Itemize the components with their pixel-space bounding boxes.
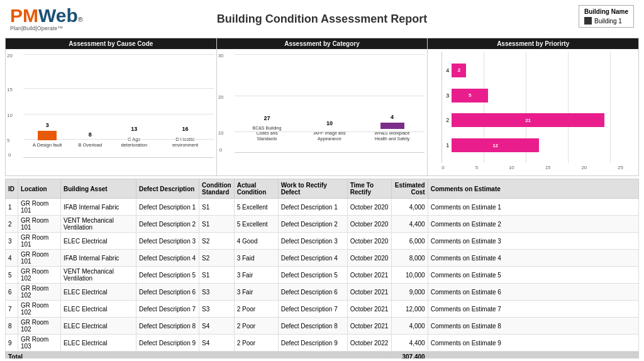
- table-header-row: ID Location Building Asset Defect Descri…: [6, 179, 639, 199]
- bar-c-label: C Age deterioration: [118, 136, 150, 148]
- cell-location: GR Room 102: [18, 318, 61, 335]
- col-header-time: Time To Rectify: [347, 179, 391, 199]
- vgrid-0: [441, 52, 442, 163]
- cell-actual: 4 Good: [234, 233, 278, 250]
- cell-cost: 4,000: [391, 199, 428, 216]
- cell-defect: Defect Description 7: [136, 301, 199, 318]
- cell-time: October 2021: [347, 318, 391, 335]
- header: PM Web ® Plan|Build|Operate™ Building Co…: [0, 0, 644, 38]
- bar-container: 3 A Design fault 8 B Overload: [25, 53, 213, 148]
- cell-asset: ELEC Electrical: [61, 318, 136, 335]
- priority-title: Assessment by Priorirty: [428, 38, 638, 49]
- cell-id: 4: [6, 250, 18, 267]
- cell-comments: Comments on Estimate 8: [428, 318, 638, 335]
- hbar-1: 12: [452, 138, 539, 152]
- y-label-0: 0: [8, 152, 11, 158]
- cell-time: October 2020: [347, 233, 391, 250]
- cell-actual: 3 Fair: [234, 284, 278, 301]
- cell-cond-std: S3: [199, 301, 235, 318]
- cell-time: October 2021: [347, 301, 391, 318]
- table-row: 1 GR Room 101 IFAB Internal Fabric Defec…: [6, 199, 639, 216]
- cell-cond-std: S1: [199, 216, 235, 233]
- logo-web: Web: [38, 5, 78, 26]
- vgrid-15: [568, 52, 569, 163]
- x-15: 15: [545, 165, 551, 170]
- cell-location: GR Room 101: [18, 199, 61, 216]
- y-label-15: 15: [7, 87, 13, 92]
- cell-asset: IFAB Internal Fabric: [61, 199, 136, 216]
- cell-asset: ELEC Electrical: [61, 284, 136, 301]
- cat-bar-1: 27 BC&S Building Codes and Standards: [247, 124, 287, 142]
- cell-location: GR Room 101: [18, 233, 61, 250]
- table-row: 5 GR Room 102 VENT Mechanical Ventilatio…: [6, 267, 639, 284]
- cell-work: Defect Description 7: [278, 301, 347, 318]
- hbar-row-1: 1 12: [441, 138, 623, 152]
- cell-work: Defect Description 3: [278, 233, 347, 250]
- hbar-label-1: 1: [441, 142, 449, 148]
- cell-time: October 2021: [347, 267, 391, 284]
- grid-15: [23, 88, 214, 89]
- table-body: 1 GR Room 101 IFAB Internal Fabric Defec…: [6, 199, 639, 352]
- cell-id: 9: [6, 335, 18, 352]
- table-row: 3 GR Room 101 ELEC Electrical Defect Des…: [6, 233, 639, 250]
- y2-label-0: 0: [219, 147, 222, 153]
- cell-defect: Defect Description 5: [136, 267, 199, 284]
- legend-color: [584, 17, 592, 25]
- cell-work: Defect Description 9: [278, 335, 347, 352]
- hbar-2: 21: [452, 113, 604, 127]
- cat-bar-1-value: 27: [264, 115, 270, 121]
- x-25: 25: [618, 165, 623, 170]
- priority-chart: Assessment by Priorirty 0 5 10 15 20 25: [428, 38, 638, 175]
- hbar-row-2: 2 21: [441, 113, 623, 127]
- hbar-row-4: 4 2: [441, 64, 623, 77]
- cell-id: 6: [6, 284, 18, 301]
- y2-label-20: 20: [218, 94, 224, 100]
- hbar-row-3: 3 5: [441, 89, 623, 103]
- cell-work: Defect Description 8: [278, 318, 347, 335]
- col-header-defect: Defect Description: [136, 179, 199, 199]
- bar-c-value: 13: [131, 126, 137, 132]
- cell-cost: 4,000: [391, 318, 428, 335]
- hbar-label-2: 2: [441, 117, 449, 123]
- cell-actual: 2 Poor: [234, 335, 278, 352]
- h-bars: 4 2 3 5 2: [441, 54, 623, 158]
- cell-cost: 8,000: [391, 250, 428, 267]
- table-total-row: Total 307,400: [6, 352, 639, 359]
- cat-bar-3-rect: 4: [380, 123, 404, 129]
- legend-title: Building Name: [584, 8, 628, 15]
- cell-location: GR Room 102: [18, 284, 61, 301]
- cell-cost: 9,000: [391, 284, 428, 301]
- cell-cond-std: S4: [199, 318, 235, 335]
- cell-actual: 3 Faid: [234, 250, 278, 267]
- cell-asset: IFAB Internal Fabric: [61, 250, 136, 267]
- grid2-20: [235, 96, 425, 96]
- cat-bar-3-value: 4: [391, 114, 394, 120]
- x-10: 10: [509, 165, 514, 170]
- cell-actual: 2 Poor: [234, 301, 278, 318]
- grid2-30: [235, 54, 425, 55]
- table-row: 2 GR Room 101 VENT Mechanical Ventilatio…: [6, 216, 639, 233]
- category-area: 30 20 10 0 27 BC&S Building Codes and St…: [217, 49, 428, 175]
- total-cost: 307,400: [391, 352, 428, 359]
- bar-a-label: A Design fault: [33, 142, 62, 148]
- grid2-10: [235, 131, 425, 132]
- grid-20: [23, 54, 214, 55]
- cell-cond-std: S2: [199, 233, 235, 250]
- cell-defect: Defect Description 4: [136, 250, 199, 267]
- col-header-asset: Building Asset: [61, 179, 136, 199]
- logo-registered: ®: [78, 16, 83, 23]
- col-header-work: Work to Rectify Defect: [278, 179, 347, 199]
- x-5: 5: [475, 165, 478, 170]
- y2-label-10: 10: [218, 130, 224, 136]
- grid2-0: [235, 152, 425, 153]
- cat-bar-3-label: WH&S Workplace Health and Safety: [372, 131, 413, 142]
- building-legend: Building Name Building 1: [579, 5, 634, 28]
- hbar-label-3: 3: [441, 92, 449, 99]
- legend-item: Building 1: [584, 17, 628, 25]
- cell-comments: Comments on Estimate 6: [428, 284, 638, 301]
- col-header-actual: Actual Condition: [234, 179, 278, 199]
- y-label-5: 5: [7, 138, 9, 143]
- cell-cost: 10,000: [391, 267, 428, 284]
- legend-label: Building 1: [594, 18, 622, 25]
- cell-location: GR Room 101: [18, 250, 61, 267]
